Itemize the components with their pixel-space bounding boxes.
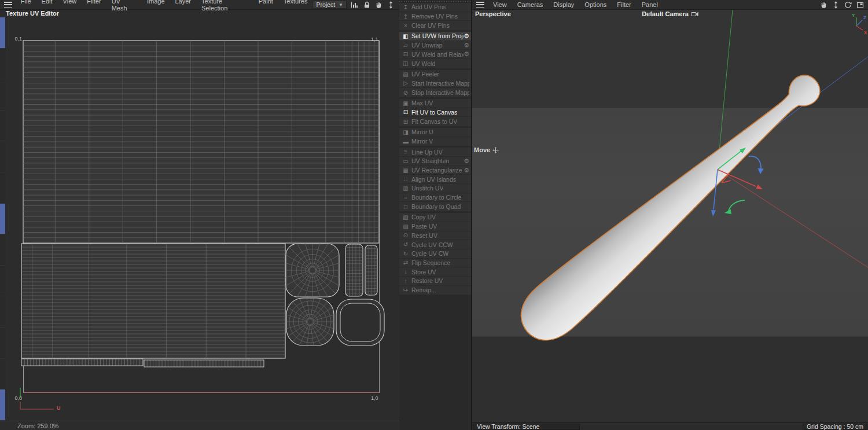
command-stop-interactive-mapping[interactable]: ⊘Stop Interactive Mapping <box>399 88 471 97</box>
command-uv-weld[interactable]: ◫UV Weld <box>399 59 471 68</box>
uv-island-tick-strip-2[interactable] <box>144 360 264 367</box>
dock-tab[interactable] <box>0 141 5 172</box>
uv-island-handle-grid[interactable] <box>21 244 285 358</box>
dock-tab[interactable] <box>0 359 5 390</box>
dock-tab[interactable] <box>0 17 5 49</box>
menu-display[interactable]: Display <box>548 1 579 8</box>
command-group: ↧Add UV Pins↥Remove UV Pins×Clear UV Pin… <box>399 3 471 30</box>
uv-island-ring-island[interactable] <box>336 299 384 346</box>
command-add-uv-pins[interactable]: ↧Add UV Pins <box>399 3 471 12</box>
command-start-interactive-mapping[interactable]: ▷Start Interactive Mapping <box>399 79 471 89</box>
gizmo-y-plane-handle[interactable] <box>724 200 745 214</box>
command-uv-rectangularize[interactable]: ▦UV Rectangularize⚙ <box>399 166 471 175</box>
gear-icon[interactable]: ⚙ <box>464 167 469 174</box>
hamburger-menu-icon[interactable] <box>476 2 484 8</box>
command-line-up-uv[interactable]: ≡Line Up UV <box>399 148 471 157</box>
pan-hand-icon[interactable] <box>819 1 828 9</box>
command-restore-uv[interactable]: ↑Restore UV <box>399 277 471 286</box>
menu-options[interactable]: Options <box>579 1 612 8</box>
command-max-uv[interactable]: ▣Max UV <box>399 99 471 108</box>
grid-spacing-status: Grid Spacing : 50 cm <box>803 424 867 430</box>
command-fit-canvas-to-uv[interactable]: ⊞Fit Canvas to UV <box>399 117 471 126</box>
dock-tab[interactable] <box>0 296 5 328</box>
rotate-view-icon[interactable] <box>844 1 852 9</box>
dock-tab[interactable] <box>0 49 5 80</box>
dock-tab[interactable] <box>0 79 5 111</box>
command-set-uvw-from-projection[interactable]: ◧Set UVW from Projection⚙ <box>399 32 471 41</box>
lock-icon[interactable] <box>362 1 371 9</box>
command-cycle-uv-cw[interactable]: ↻Cycle UV CW <box>399 249 471 259</box>
gizmo-z-plane-handle[interactable] <box>749 156 764 174</box>
command-uv-weld-and-relax[interactable]: ⊟UV Weld and Relax⚙ <box>399 50 471 59</box>
boundary-to-circle-icon: ○ <box>402 194 410 201</box>
command-label: Boundary to Circle <box>411 194 461 201</box>
command-clear-uv-pins[interactable]: ×Clear UV Pins <box>399 21 471 30</box>
gear-icon[interactable]: ⚙ <box>464 42 469 49</box>
command-mirror-u[interactable]: ◨Mirror U <box>399 128 471 137</box>
command-label: Remap... <box>411 286 436 293</box>
command-uv-straighten[interactable]: ▭UV Straighten⚙ <box>399 157 471 166</box>
command-label: Line Up UV <box>411 149 443 156</box>
command-label: Fit Canvas to UV <box>411 118 457 125</box>
dock-tab[interactable] <box>0 328 5 359</box>
command-store-uv[interactable]: ↓Store UV <box>399 267 471 277</box>
dock-tab[interactable] <box>0 204 5 235</box>
uv-corner-label-01: 0,1 <box>7 36 22 42</box>
maximize-view-icon[interactable] <box>856 1 865 9</box>
gear-icon[interactable]: ⚙ <box>464 157 469 165</box>
menu-cameras[interactable]: Cameras <box>512 1 549 8</box>
dock-tab[interactable] <box>0 266 5 297</box>
uv-island-side-strip-2[interactable] <box>365 245 377 295</box>
command-uv-peeler[interactable]: ▤UV Peeler <box>399 70 471 79</box>
bat-silhouette[interactable] <box>509 60 834 352</box>
command-boundary-to-circle[interactable]: ○Boundary to Circle <box>399 193 471 203</box>
dolly-icon[interactable] <box>387 1 395 9</box>
dock-tab[interactable] <box>0 172 5 204</box>
uv-canvas[interactable]: 0,1 1,1 0,0 1,0 U <box>6 17 399 421</box>
uv-island-side-strip-1[interactable] <box>345 244 363 296</box>
command-cycle-uv-ccw[interactable]: ↺Cycle UV CCW <box>399 240 471 249</box>
command-copy-uv[interactable]: ▧Copy UV <box>399 213 471 222</box>
uv-island-cap-disc-top[interactable] <box>285 243 340 297</box>
command-fit-uv-to-canvas[interactable]: ⊡Fit UV to Canvas <box>399 108 471 117</box>
uv-command-panel: ↧Add UV Pins↥Remove UV Pins×Clear UV Pin… <box>399 0 472 430</box>
viewport-3d[interactable]: Y Z X Perspective Default Camera Move <box>472 10 868 422</box>
menu-filter[interactable]: Filter <box>612 1 636 8</box>
command-label: Restore UV <box>411 277 443 284</box>
command-mirror-v[interactable]: ▬Mirror V <box>399 137 471 146</box>
fit-uv-to-canvas-icon: ⊡ <box>402 109 410 115</box>
view-transform-status: View Transform: Scene <box>473 424 580 430</box>
command-align-uv-islands[interactable]: ∷Align UV Islands <box>399 175 471 184</box>
command-label: Clear UV Pins <box>411 22 450 29</box>
uv-corner-label-11: 1,1 <box>371 36 378 42</box>
command-remove-uv-pins[interactable]: ↥Remove UV Pins <box>399 12 471 21</box>
command-group: ◧Set UVW from Projection⚙▱UV Unwrap⚙⊟UV … <box>399 32 471 68</box>
uv-island-tick-strip-1[interactable] <box>21 359 143 366</box>
command-unstitch-uv[interactable]: ▥Unstitch UV <box>399 184 471 193</box>
gear-icon[interactable]: ⚙ <box>464 32 469 40</box>
pan-hand-icon[interactable] <box>374 1 383 9</box>
gear-icon[interactable]: ⚙ <box>464 50 469 58</box>
bat-model[interactable] <box>509 60 834 352</box>
menu-view[interactable]: View <box>488 1 512 8</box>
hamburger-menu-icon[interactable] <box>4 2 12 8</box>
dock-tab[interactable] <box>0 234 5 266</box>
command-uv-unwrap[interactable]: ▱UV Unwrap⚙ <box>399 41 471 50</box>
project-dropdown[interactable]: Project ▼ <box>312 1 347 9</box>
command-list: ↧Add UV Pins↥Remove UV Pins×Clear UV Pin… <box>399 3 471 295</box>
command-remap[interactable]: ↪Remap... <box>399 286 471 295</box>
histogram-icon[interactable] <box>350 1 359 9</box>
camera-selector[interactable]: Default Camera <box>642 10 698 17</box>
command-paste-uv[interactable]: ▨Paste UV <box>399 222 471 231</box>
command-reset-uv[interactable]: ⊙Reset UV <box>399 231 471 241</box>
dock-tab[interactable] <box>0 389 5 421</box>
command-label: Max UV <box>411 100 433 106</box>
dolly-icon[interactable] <box>832 1 840 9</box>
menu-panel[interactable]: Panel <box>637 1 663 8</box>
dock-tab[interactable] <box>0 111 5 142</box>
command-boundary-to-quad[interactable]: □Boundary to Quad <box>399 202 471 211</box>
uv-island-cap-disc-bottom[interactable] <box>286 298 334 346</box>
uv-island-body-grid[interactable] <box>23 41 379 243</box>
command-flip-sequence[interactable]: ⇄Flip Sequence <box>399 259 471 268</box>
max-uv-icon: ▣ <box>402 100 410 106</box>
